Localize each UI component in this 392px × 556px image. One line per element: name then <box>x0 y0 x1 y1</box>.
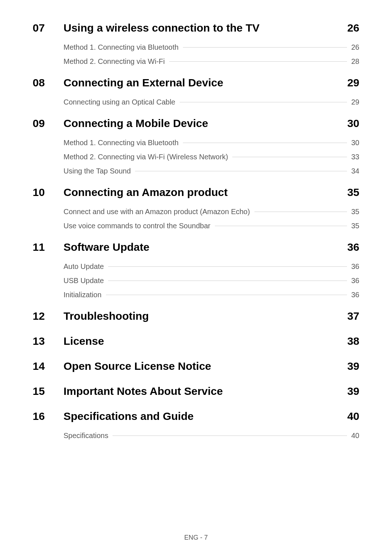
section-number: 10 <box>33 186 64 199</box>
toc-sub-item[interactable]: Using the Tap Sound34 <box>64 167 359 175</box>
sub-item-page: 26 <box>351 43 359 52</box>
toc-sub-item[interactable]: Connecting using an Optical Cable29 <box>64 98 359 106</box>
toc-sub-item[interactable]: Method 2. Connecting via Wi-Fi28 <box>64 57 359 66</box>
section-number: 08 <box>33 77 64 89</box>
sub-item-title: Method 1. Connecting via Bluetooth <box>64 139 179 147</box>
toc-section-header[interactable]: 12Troubleshooting37 <box>33 310 359 322</box>
sub-item-title: Auto Update <box>64 262 104 271</box>
sub-item-page: 30 <box>351 139 359 147</box>
toc-section: 12Troubleshooting37 <box>33 310 359 322</box>
leader-line <box>106 295 347 295</box>
toc-section: 14Open Source License Notice39 <box>33 360 359 372</box>
toc-sub-item[interactable]: Method 1. Connecting via Bluetooth30 <box>64 139 359 147</box>
sub-item-page: 34 <box>351 167 359 175</box>
leader-line <box>169 61 347 62</box>
sub-item-page: 33 <box>351 153 359 161</box>
leader-line <box>180 102 347 102</box>
sub-item-page: 40 <box>351 432 359 440</box>
section-number: 13 <box>33 335 64 347</box>
leader-line <box>135 171 347 171</box>
section-number: 15 <box>33 385 64 397</box>
section-number: 09 <box>33 117 64 130</box>
leader-line <box>183 47 347 48</box>
toc-section: 09Connecting a Mobile Device30Method 1. … <box>33 117 359 175</box>
toc-section-header[interactable]: 09Connecting a Mobile Device30 <box>33 117 359 130</box>
sub-item-title: Method 2. Connecting via Wi-Fi (Wireless… <box>64 153 228 161</box>
section-page: 35 <box>347 186 359 199</box>
toc-section: 15Important Notes About Service39 <box>33 385 359 397</box>
toc-section: 07Using a wireless connection to the TV2… <box>33 22 359 66</box>
section-number: 07 <box>33 22 64 34</box>
sub-item-title: Specifications <box>64 432 108 440</box>
page-footer: ENG - 7 <box>0 534 392 541</box>
sub-item-page: 36 <box>351 291 359 299</box>
sub-item-title: USB Update <box>64 277 104 285</box>
section-number: 12 <box>33 310 64 322</box>
toc-sub-item[interactable]: Method 2. Connecting via Wi-Fi (Wireless… <box>64 153 359 161</box>
section-number: 16 <box>33 410 64 422</box>
sub-item-title: Connecting using an Optical Cable <box>64 98 175 106</box>
toc-section-header[interactable]: 14Open Source License Notice39 <box>33 360 359 372</box>
section-page: 38 <box>347 335 359 347</box>
section-title: Troubleshooting <box>64 310 340 322</box>
section-number: 11 <box>33 241 64 253</box>
toc-section: 13License38 <box>33 335 359 347</box>
sub-item-title: Method 1. Connecting via Bluetooth <box>64 43 179 52</box>
toc-section-header[interactable]: 16Specifications and Guide40 <box>33 410 359 422</box>
toc-sub-item[interactable]: Auto Update36 <box>64 262 359 271</box>
leader-line <box>183 143 347 143</box>
sub-item-title: Initialization <box>64 291 102 299</box>
leader-line <box>108 266 347 267</box>
sub-item-title: Connect and use with an Amazon product (… <box>64 208 250 216</box>
section-title: Connecting an External Device <box>64 77 340 89</box>
toc-section: 11Software Update36Auto Update36USB Upda… <box>33 241 359 299</box>
section-page: 36 <box>347 241 359 253</box>
toc-section-header[interactable]: 15Important Notes About Service39 <box>33 385 359 397</box>
leader-line <box>215 226 347 226</box>
toc-sub-item[interactable]: USB Update36 <box>64 277 359 285</box>
sub-item-page: 29 <box>351 98 359 106</box>
section-title: Software Update <box>64 241 340 253</box>
sub-item-page: 35 <box>351 222 359 230</box>
toc-sub-item[interactable]: Specifications40 <box>64 432 359 440</box>
toc-section-header[interactable]: 11Software Update36 <box>33 241 359 253</box>
section-page: 39 <box>347 385 359 397</box>
sub-item-page: 28 <box>351 57 359 66</box>
section-page: 30 <box>347 117 359 130</box>
section-page: 40 <box>347 410 359 422</box>
section-page: 39 <box>347 360 359 372</box>
toc-section: 08Connecting an External Device29Connect… <box>33 77 359 106</box>
table-of-contents: 07Using a wireless connection to the TV2… <box>33 22 359 440</box>
leader-line <box>113 436 347 436</box>
sub-item-page: 35 <box>351 208 359 216</box>
toc-sub-item[interactable]: Connect and use with an Amazon product (… <box>64 208 359 216</box>
toc-section-header[interactable]: 10Connecting an Amazon product35 <box>33 186 359 199</box>
section-title: Open Source License Notice <box>64 360 340 372</box>
section-number: 14 <box>33 360 64 372</box>
toc-sub-item[interactable]: Initialization36 <box>64 291 359 299</box>
toc-section-header[interactable]: 07Using a wireless connection to the TV2… <box>33 22 359 34</box>
section-title: Important Notes About Service <box>64 385 340 397</box>
sub-item-title: Method 2. Connecting via Wi-Fi <box>64 57 165 66</box>
toc-section: 10Connecting an Amazon product35Connect … <box>33 186 359 230</box>
sub-item-page: 36 <box>351 277 359 285</box>
section-title: Using a wireless connection to the TV <box>64 22 340 34</box>
sub-item-page: 36 <box>351 262 359 271</box>
leader-line <box>108 281 347 281</box>
toc-section-header[interactable]: 13License38 <box>33 335 359 347</box>
sub-item-title: Use voice commands to control the Soundb… <box>64 222 211 230</box>
section-title: Specifications and Guide <box>64 410 340 422</box>
section-title: License <box>64 335 340 347</box>
section-page: 37 <box>347 310 359 322</box>
leader-line <box>232 157 347 157</box>
toc-sub-item[interactable]: Use voice commands to control the Soundb… <box>64 222 359 230</box>
toc-sub-item[interactable]: Method 1. Connecting via Bluetooth26 <box>64 43 359 52</box>
section-page: 29 <box>347 77 359 89</box>
section-title: Connecting an Amazon product <box>64 186 340 199</box>
toc-section-header[interactable]: 08Connecting an External Device29 <box>33 77 359 89</box>
sub-item-title: Using the Tap Sound <box>64 167 131 175</box>
toc-section: 16Specifications and Guide40Specificatio… <box>33 410 359 440</box>
leader-line <box>254 212 347 212</box>
section-page: 26 <box>347 22 359 34</box>
section-title: Connecting a Mobile Device <box>64 117 340 130</box>
